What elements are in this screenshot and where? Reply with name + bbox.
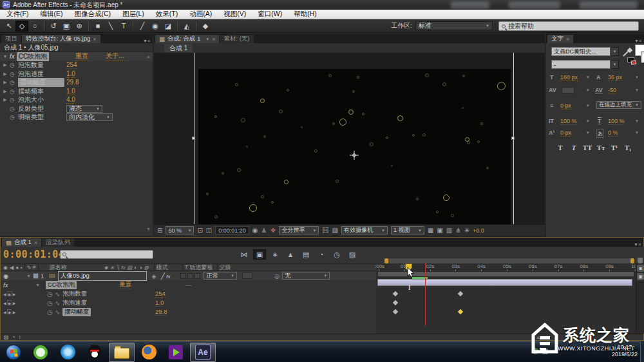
- param-value[interactable]: 29.8: [66, 79, 79, 86]
- viewer-area[interactable]: [154, 53, 545, 224]
- menu-item-6[interactable]: 视图(V): [223, 10, 246, 19]
- panel-menu-icon[interactable]: ▼≡: [634, 39, 644, 43]
- shy-layers-icon[interactable]: ∗: [269, 249, 281, 260]
- dropdown-arrow[interactable]: ▼: [635, 88, 639, 92]
- twirl-open-icon[interactable]: ▼: [26, 274, 33, 278]
- graph-editor-icon[interactable]: ▨: [346, 249, 359, 260]
- mask-visibility-icon[interactable]: ◫: [206, 227, 212, 234]
- ecp-param-row[interactable]: ◷反射类型液态▼: [0, 104, 153, 113]
- tray-clock[interactable]: 10:17 2019/6/22: [612, 344, 638, 358]
- param-value[interactable]: 254: [66, 61, 77, 69]
- fast-preview-icon[interactable]: ▣: [437, 227, 442, 234]
- stopwatch-icon[interactable]: ◷: [47, 300, 52, 307]
- kerning-value[interactable]: [562, 87, 574, 93]
- menu-item-4[interactable]: 效果(T): [156, 10, 178, 19]
- layer-duration-bar[interactable]: [377, 279, 632, 286]
- snapshot-grid-icon[interactable]: ⊞: [157, 227, 162, 234]
- faux-style-button-2[interactable]: TT: [582, 144, 592, 151]
- shield-icon[interactable]: ◙: [637, 265, 644, 272]
- scroll-down-icon[interactable]: ▼: [146, 225, 151, 232]
- show-snapshot-icon[interactable]: ♟: [261, 227, 267, 234]
- twirl-closed-icon[interactable]: ▶: [3, 89, 8, 94]
- timeline-button-icon[interactable]: ▥: [446, 227, 452, 234]
- stopwatch-icon[interactable]: ◷: [10, 62, 16, 68]
- timeline-current-time[interactable]: 0:00:01:04: [3, 249, 64, 260]
- collapse-icon[interactable]: ◈: [147, 272, 161, 280]
- layer-handle-left[interactable]: [192, 137, 195, 140]
- menu-item-3[interactable]: 图层(L): [122, 10, 144, 19]
- twirl-closed-icon[interactable]: ▶: [3, 71, 8, 77]
- firefox[interactable]: [136, 343, 162, 362]
- timeline-graph-area[interactable]: :00s01s02s03s04s05s06s07s08s09s10s I: [376, 263, 636, 334]
- param-value[interactable]: 1.0: [66, 70, 75, 78]
- param-name[interactable]: 摆动幅度: [18, 78, 64, 87]
- fill-mode-dropdown[interactable]: 在描边上填充▼: [596, 101, 641, 109]
- param-value[interactable]: 1.0: [66, 88, 75, 95]
- twirl-open-icon[interactable]: ▼: [3, 54, 8, 59]
- timeline-toggle-icon-1[interactable]: ◔: [12, 334, 15, 340]
- twirl-closed-icon[interactable]: ▶: [3, 62, 8, 68]
- close-icon[interactable]: ×: [93, 36, 96, 43]
- param-name[interactable]: 反射类型: [18, 104, 64, 113]
- leading-value[interactable]: 36 px: [608, 74, 622, 81]
- tab-effect-controls[interactable]: 特效控制台: 人像 05.jpg×: [22, 35, 100, 43]
- kf-next-icon[interactable]: ▶: [13, 310, 16, 314]
- dropdown-arrow[interactable]: ▼: [635, 131, 639, 135]
- auto-keyframe-icon[interactable]: ◷: [330, 249, 343, 260]
- stopwatch-icon[interactable]: ◷: [10, 106, 16, 112]
- transparency-grid-icon[interactable]: ▨: [332, 227, 337, 234]
- param-name[interactable]: 泡泡数量: [18, 61, 64, 70]
- close-icon[interactable]: ×: [566, 36, 569, 43]
- effect-row[interactable]: fx ▼ CC吹泡泡 重置 ---: [1, 280, 376, 289]
- stopwatch-icon[interactable]: ◷: [10, 88, 16, 95]
- stopwatch-icon[interactable]: ◷: [47, 309, 52, 316]
- tracking-value[interactable]: -50: [608, 87, 616, 94]
- timeline-scrollbar[interactable]: ◙ ▣: [636, 263, 644, 334]
- stopwatch-icon[interactable]: ◷: [10, 97, 16, 103]
- snapshot-icon[interactable]: ◉: [252, 227, 258, 234]
- col-track-matte[interactable]: T 轨道蒙板: [185, 263, 213, 272]
- browser-360[interactable]: [28, 343, 53, 362]
- kf-prev-icon[interactable]: ◀: [3, 301, 6, 305]
- keyframe-diamond[interactable]: [393, 291, 398, 296]
- eyedropper-icon[interactable]: [622, 47, 632, 57]
- audio-icon[interactable]: ◀: [10, 265, 14, 271]
- exposure-value[interactable]: +0.0: [473, 227, 484, 234]
- resize-arrow-icon[interactable]: ▲: [536, 335, 643, 339]
- layer-handle-right[interactable]: [511, 137, 515, 140]
- keyframe-diamond[interactable]: [458, 291, 463, 296]
- exposure-icon[interactable]: ✳: [464, 227, 469, 234]
- workspace-dropdown[interactable]: 标准▼: [415, 21, 493, 30]
- param-dropdown[interactable]: 向内淡化▼: [66, 113, 113, 121]
- selection-tool[interactable]: ↖: [3, 21, 15, 32]
- after-effects[interactable]: Ae: [190, 343, 216, 362]
- tab-project[interactable]: 项目: [1, 35, 21, 43]
- current-time-display[interactable]: 0:00:01:20: [215, 226, 249, 234]
- puppet-pin-tool[interactable]: ◆: [199, 21, 212, 32]
- motion-blur-icon[interactable]: ▤: [299, 249, 312, 260]
- kf-add-icon[interactable]: ◆: [7, 300, 12, 305]
- work-area-bar[interactable]: [377, 271, 634, 277]
- faux-style-button-3[interactable]: Tт: [596, 144, 606, 151]
- ecp-param-row[interactable]: ▶◷摆动幅度29.8: [0, 79, 153, 88]
- menu-item-0[interactable]: 文件(F): [6, 10, 28, 19]
- dropdown-arrow[interactable]: ▼: [635, 75, 639, 79]
- twirl-open-icon[interactable]: ▼: [35, 283, 46, 287]
- menu-item-2[interactable]: 图像合成(C): [74, 10, 111, 19]
- stopwatch-icon[interactable]: ◷: [10, 71, 16, 77]
- track-matte-cell[interactable]: [242, 272, 252, 279]
- param-value[interactable]: 254: [155, 290, 166, 298]
- tab-composition[interactable]: ▦ 合成: 合成 1▼ ×: [155, 35, 219, 43]
- stroke-width-value[interactable]: 0 px: [560, 102, 571, 110]
- frame-blend-icon[interactable]: ▲: [284, 249, 297, 260]
- camera-tool[interactable]: ▣: [60, 21, 73, 32]
- param-dropdown[interactable]: 液态▼: [66, 105, 102, 113]
- no-color-swatch[interactable]: [631, 60, 637, 64]
- twirl-closed-icon[interactable]: ▶: [3, 80, 8, 85]
- tab-timeline-comp[interactable]: ▦ 合成 1×: [2, 238, 41, 247]
- timeline-toggle-icon-0[interactable]: ▧: [4, 334, 9, 340]
- dropdown-arrow[interactable]: ▼: [586, 88, 590, 92]
- faux-style-button-5[interactable]: T₁: [623, 144, 633, 151]
- effect-name[interactable]: CC吹泡泡: [17, 52, 49, 61]
- navigator-handle-right[interactable]: [630, 258, 634, 263]
